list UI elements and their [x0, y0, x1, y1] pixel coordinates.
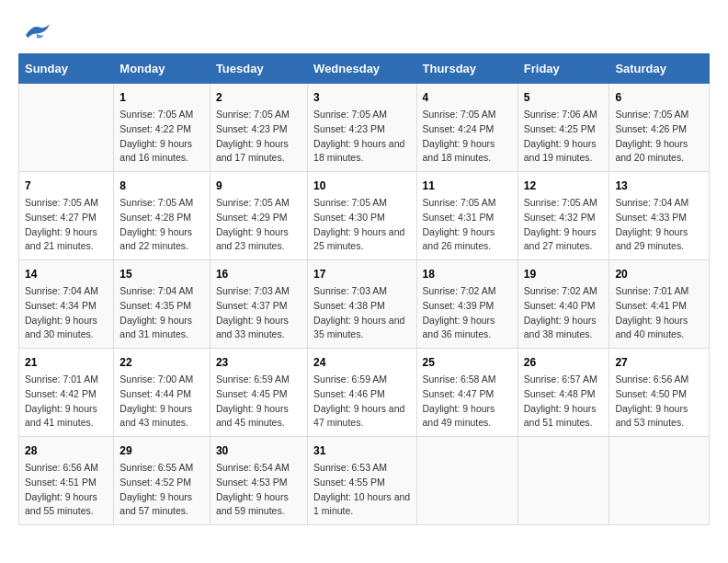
- cell-info: Sunrise: 7:05 AMSunset: 4:23 PMDaylight:…: [313, 108, 410, 166]
- calendar-cell: 6Sunrise: 7:05 AMSunset: 4:26 PMDaylight…: [609, 84, 710, 172]
- calendar-cell: 23Sunrise: 6:59 AMSunset: 4:45 PMDayligh…: [210, 349, 307, 437]
- cell-info: Sunrise: 7:05 AMSunset: 4:32 PMDaylight:…: [524, 196, 604, 254]
- calendar-cell: 27Sunrise: 6:56 AMSunset: 4:50 PMDayligh…: [609, 349, 710, 437]
- calendar-cell: 19Sunrise: 7:02 AMSunset: 4:40 PMDayligh…: [518, 260, 609, 349]
- calendar-cell: 4Sunrise: 7:05 AMSunset: 4:24 PMDaylight…: [416, 84, 518, 172]
- cell-info: Sunrise: 7:01 AMSunset: 4:41 PMDaylight:…: [615, 284, 703, 342]
- logo-bird-icon: [22, 18, 51, 44]
- calendar-cell: 29Sunrise: 6:55 AMSunset: 4:52 PMDayligh…: [114, 437, 210, 525]
- cell-info: Sunrise: 7:04 AMSunset: 4:35 PMDaylight:…: [119, 284, 204, 342]
- date-number: 17: [313, 266, 410, 282]
- date-number: 30: [216, 442, 301, 459]
- calendar-cell: 15Sunrise: 7:04 AMSunset: 4:35 PMDayligh…: [114, 260, 210, 349]
- cell-info: Sunrise: 7:05 AMSunset: 4:22 PMDaylight:…: [119, 108, 204, 166]
- header-day-wednesday: Wednesday: [308, 54, 416, 84]
- date-number: 13: [615, 178, 703, 194]
- calendar-cell: [19, 84, 114, 172]
- week-row-3: 14Sunrise: 7:04 AMSunset: 4:34 PMDayligh…: [19, 260, 710, 349]
- date-number: 24: [313, 354, 410, 371]
- cell-info: Sunrise: 7:05 AMSunset: 4:28 PMDaylight:…: [119, 196, 204, 254]
- calendar-cell: 25Sunrise: 6:58 AMSunset: 4:47 PMDayligh…: [416, 349, 518, 437]
- cell-info: Sunrise: 6:56 AMSunset: 4:50 PMDaylight:…: [615, 373, 703, 431]
- date-number: 31: [313, 442, 410, 459]
- calendar-cell: 26Sunrise: 6:57 AMSunset: 4:48 PMDayligh…: [518, 349, 609, 437]
- cell-info: Sunrise: 7:05 AMSunset: 4:24 PMDaylight:…: [423, 108, 512, 166]
- date-number: 22: [119, 354, 204, 371]
- date-number: 10: [313, 178, 410, 194]
- calendar-cell: 18Sunrise: 7:02 AMSunset: 4:39 PMDayligh…: [416, 260, 518, 349]
- header-day-friday: Friday: [518, 54, 609, 84]
- cell-info: Sunrise: 6:56 AMSunset: 4:51 PMDaylight:…: [25, 461, 108, 519]
- date-number: 11: [423, 178, 512, 194]
- page-container: SundayMondayTuesdayWednesdayThursdayFrid…: [18, 18, 710, 525]
- date-number: 14: [25, 266, 108, 282]
- date-number: 8: [119, 178, 204, 194]
- date-number: 16: [216, 266, 301, 282]
- date-number: 26: [524, 354, 604, 371]
- cell-info: Sunrise: 7:05 AMSunset: 4:30 PMDaylight:…: [313, 196, 410, 254]
- date-number: 1: [119, 89, 204, 106]
- cell-info: Sunrise: 7:01 AMSunset: 4:42 PMDaylight:…: [25, 373, 108, 431]
- calendar-cell: [518, 437, 609, 525]
- calendar-cell: [416, 437, 518, 525]
- cell-info: Sunrise: 7:03 AMSunset: 4:38 PMDaylight:…: [313, 284, 410, 342]
- calendar-table: SundayMondayTuesdayWednesdayThursdayFrid…: [18, 53, 710, 525]
- cell-info: Sunrise: 7:02 AMSunset: 4:39 PMDaylight:…: [423, 284, 512, 342]
- date-number: 25: [423, 354, 512, 371]
- date-number: 21: [25, 354, 108, 371]
- date-number: 23: [216, 354, 301, 371]
- cell-info: Sunrise: 6:59 AMSunset: 4:46 PMDaylight:…: [313, 373, 410, 431]
- calendar-cell: [609, 437, 710, 525]
- header-day-sunday: Sunday: [19, 54, 114, 84]
- date-number: 18: [423, 266, 512, 282]
- date-number: 3: [313, 89, 410, 106]
- logo: [18, 18, 51, 44]
- header-day-tuesday: Tuesday: [210, 54, 307, 84]
- cell-info: Sunrise: 7:05 AMSunset: 4:23 PMDaylight:…: [216, 108, 301, 166]
- date-number: 9: [216, 178, 301, 194]
- date-number: 12: [524, 178, 604, 194]
- date-number: 27: [615, 354, 703, 371]
- header-day-saturday: Saturday: [609, 54, 710, 84]
- header-day-thursday: Thursday: [416, 54, 518, 84]
- cell-info: Sunrise: 6:55 AMSunset: 4:52 PMDaylight:…: [119, 461, 204, 519]
- cell-info: Sunrise: 7:04 AMSunset: 4:33 PMDaylight:…: [615, 196, 703, 254]
- calendar-cell: 1Sunrise: 7:05 AMSunset: 4:22 PMDaylight…: [114, 84, 210, 172]
- cell-info: Sunrise: 7:05 AMSunset: 4:29 PMDaylight:…: [216, 196, 301, 254]
- date-number: 15: [119, 266, 204, 282]
- calendar-cell: 8Sunrise: 7:05 AMSunset: 4:28 PMDaylight…: [114, 172, 210, 260]
- calendar-cell: 7Sunrise: 7:05 AMSunset: 4:27 PMDaylight…: [19, 172, 114, 260]
- cell-info: Sunrise: 7:02 AMSunset: 4:40 PMDaylight:…: [524, 284, 604, 342]
- header-day-monday: Monday: [114, 54, 210, 84]
- cell-info: Sunrise: 7:06 AMSunset: 4:25 PMDaylight:…: [524, 108, 604, 166]
- date-number: 2: [216, 89, 301, 106]
- cell-info: Sunrise: 7:05 AMSunset: 4:26 PMDaylight:…: [615, 108, 703, 166]
- date-number: 28: [25, 442, 108, 459]
- calendar-cell: 31Sunrise: 6:53 AMSunset: 4:55 PMDayligh…: [308, 437, 416, 525]
- week-row-4: 21Sunrise: 7:01 AMSunset: 4:42 PMDayligh…: [19, 349, 710, 437]
- calendar-cell: 11Sunrise: 7:05 AMSunset: 4:31 PMDayligh…: [416, 172, 518, 260]
- week-row-5: 28Sunrise: 6:56 AMSunset: 4:51 PMDayligh…: [19, 437, 710, 525]
- cell-info: Sunrise: 6:54 AMSunset: 4:53 PMDaylight:…: [216, 461, 301, 519]
- calendar-cell: 30Sunrise: 6:54 AMSunset: 4:53 PMDayligh…: [210, 437, 307, 525]
- calendar-cell: 21Sunrise: 7:01 AMSunset: 4:42 PMDayligh…: [19, 349, 114, 437]
- calendar-cell: 9Sunrise: 7:05 AMSunset: 4:29 PMDaylight…: [210, 172, 307, 260]
- cell-info: Sunrise: 6:53 AMSunset: 4:55 PMDaylight:…: [313, 461, 410, 519]
- calendar-cell: 5Sunrise: 7:06 AMSunset: 4:25 PMDaylight…: [518, 84, 609, 172]
- calendar-cell: 22Sunrise: 7:00 AMSunset: 4:44 PMDayligh…: [114, 349, 210, 437]
- cell-info: Sunrise: 6:58 AMSunset: 4:47 PMDaylight:…: [423, 373, 512, 431]
- calendar-cell: 13Sunrise: 7:04 AMSunset: 4:33 PMDayligh…: [609, 172, 710, 260]
- date-number: 7: [25, 178, 108, 194]
- cell-info: Sunrise: 7:00 AMSunset: 4:44 PMDaylight:…: [119, 373, 204, 431]
- date-number: 20: [615, 266, 703, 282]
- calendar-cell: 10Sunrise: 7:05 AMSunset: 4:30 PMDayligh…: [308, 172, 416, 260]
- calendar-cell: 16Sunrise: 7:03 AMSunset: 4:37 PMDayligh…: [210, 260, 307, 349]
- header-row: SundayMondayTuesdayWednesdayThursdayFrid…: [19, 54, 710, 84]
- date-number: 19: [524, 266, 604, 282]
- calendar-cell: 28Sunrise: 6:56 AMSunset: 4:51 PMDayligh…: [19, 437, 114, 525]
- date-number: 29: [119, 442, 204, 459]
- calendar-cell: 12Sunrise: 7:05 AMSunset: 4:32 PMDayligh…: [518, 172, 609, 260]
- calendar-cell: 17Sunrise: 7:03 AMSunset: 4:38 PMDayligh…: [308, 260, 416, 349]
- cell-info: Sunrise: 7:03 AMSunset: 4:37 PMDaylight:…: [216, 284, 301, 342]
- cell-info: Sunrise: 6:57 AMSunset: 4:48 PMDaylight:…: [524, 373, 604, 431]
